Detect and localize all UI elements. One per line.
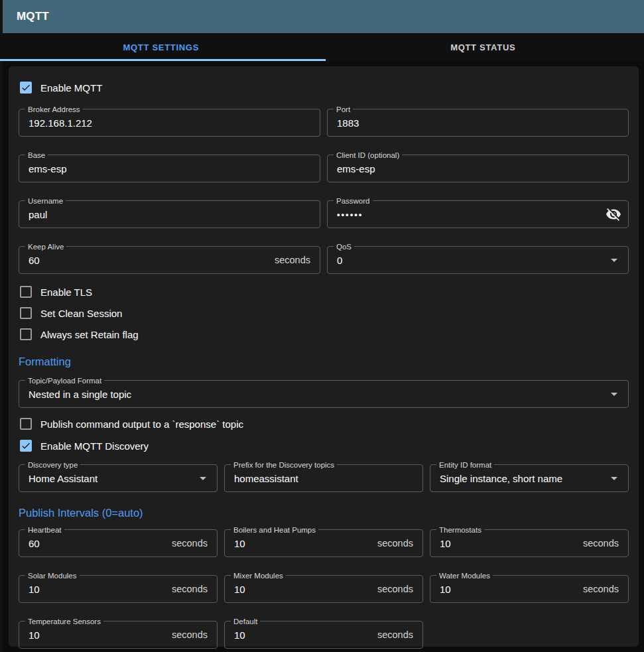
field-label: Base — [25, 151, 48, 160]
chevron-down-icon — [611, 259, 617, 262]
publish-response-checkbox[interactable]: Publish command output to a `response` t… — [19, 416, 629, 432]
unit-suffix: seconds — [172, 629, 208, 640]
field-label: Heartbeat — [25, 525, 64, 535]
keep-alive-value: 60 — [29, 255, 269, 266]
topic-payload-format-value: Nested in a single topic — [29, 389, 606, 400]
discovery-type-select[interactable]: Discovery type Home Assistant — [19, 464, 218, 492]
checkbox-label: Set Clean Session — [40, 308, 122, 319]
checkbox-unchecked-icon — [20, 286, 32, 298]
qos-value: 0 — [337, 255, 606, 266]
thermostats-interval-field[interactable]: Thermostats 10 seconds — [430, 529, 629, 557]
qos-select[interactable]: QoS 0 — [327, 246, 629, 274]
entity-id-format-select[interactable]: Entity ID format Single instance, short … — [430, 464, 629, 492]
base-field[interactable]: Base ems-esp — [19, 155, 320, 182]
unit-suffix: seconds — [377, 538, 413, 549]
checkbox-label: Enable MQTT — [40, 82, 102, 94]
field-label: Solar Modules — [25, 571, 80, 580]
checkbox-unchecked-icon — [20, 307, 32, 319]
unit-suffix: seconds — [275, 255, 310, 265]
settings-panel: Enable MQTT Broker Address 192.168.1.212… — [9, 66, 639, 647]
field-label: Broker Address — [25, 105, 83, 114]
thermostats-interval-value: 10 — [440, 538, 578, 549]
field-label: Port — [334, 105, 353, 114]
field-label: Thermostats — [436, 525, 484, 535]
tab-label: MQTT STATUS — [450, 42, 515, 52]
tab-mqtt-settings[interactable]: MQTT SETTINGS — [0, 33, 322, 61]
password-value: •••••• — [337, 210, 606, 220]
checkbox-unchecked-icon — [20, 418, 32, 430]
enable-discovery-checkbox[interactable]: Enable MQTT Discovery — [19, 438, 629, 454]
field-label: Keep Alive — [25, 242, 66, 251]
field-label: Prefix for the Discovery topics — [231, 460, 337, 470]
mixer-interval-field[interactable]: Mixer Modules 10 seconds — [224, 575, 423, 603]
formatting-section-title: Formatting — [19, 356, 629, 369]
temperature-sensors-interval-value: 10 — [29, 629, 166, 641]
field-label: Mixer Modules — [231, 571, 286, 580]
enable-mqtt-checkbox[interactable]: Enable MQTT — [19, 80, 629, 96]
publish-intervals-section-title: Publish Intervals (0=auto) — [19, 507, 629, 520]
unit-suffix: seconds — [583, 538, 619, 549]
field-label: Default — [231, 617, 260, 626]
active-tab-indicator — [0, 59, 326, 61]
keep-alive-field[interactable]: Keep Alive 60 seconds — [19, 246, 320, 274]
heartbeat-interval-value: 60 — [29, 538, 166, 549]
username-field[interactable]: Username paul — [19, 200, 320, 228]
checkbox-label: Enable MQTT Discovery — [40, 440, 149, 452]
field-label: Discovery type — [25, 460, 80, 470]
client-id-field[interactable]: Client ID (optional) ems-esp — [327, 155, 629, 182]
entity-id-format-value: Single instance, short name — [440, 473, 606, 484]
clean-session-checkbox[interactable]: Set Clean Session — [19, 305, 629, 321]
discovery-prefix-field[interactable]: Prefix for the Discovery topics homeassi… — [224, 464, 423, 492]
broker-address-value: 192.168.1.212 — [29, 117, 310, 129]
checkbox-label: Always set Retain flag — [40, 329, 139, 340]
tab-bar: MQTT SETTINGS MQTT STATUS — [0, 33, 644, 61]
temperature-sensors-interval-field[interactable]: Temperature Sensors 10 seconds — [19, 621, 218, 649]
default-interval-field[interactable]: Default 10 seconds — [224, 621, 423, 649]
checkbox-checked-icon — [20, 82, 32, 94]
checkbox-unchecked-icon — [20, 328, 32, 340]
field-label: Water Modules — [436, 571, 493, 580]
water-interval-field[interactable]: Water Modules 10 seconds — [430, 575, 629, 603]
chevron-down-icon — [200, 477, 206, 480]
heartbeat-interval-field[interactable]: Heartbeat 60 seconds — [19, 529, 218, 557]
field-label: Boilers and Heat Pumps — [231, 525, 318, 535]
field-label: Temperature Sensors — [25, 617, 103, 626]
username-value: paul — [29, 209, 310, 220]
field-label: Client ID (optional) — [334, 151, 402, 160]
mixer-interval-value: 10 — [234, 584, 372, 595]
field-label: Topic/Payload Format — [25, 376, 104, 385]
solar-interval-value: 10 — [29, 584, 166, 595]
boilers-interval-field[interactable]: Boilers and Heat Pumps 10 seconds — [224, 529, 423, 557]
password-field[interactable]: Password •••••• — [327, 200, 629, 228]
app-header: MQTT — [3, 0, 644, 33]
discovery-prefix-value: homeassistant — [234, 473, 413, 484]
broker-address-field[interactable]: Broker Address 192.168.1.212 — [19, 109, 320, 137]
enable-tls-checkbox[interactable]: Enable TLS — [19, 284, 629, 300]
tab-mqtt-status[interactable]: MQTT STATUS — [322, 33, 644, 61]
boilers-interval-value: 10 — [234, 538, 372, 549]
discovery-type-value: Home Assistant — [29, 473, 194, 484]
retain-flag-checkbox[interactable]: Always set Retain flag — [19, 326, 629, 342]
solar-interval-field[interactable]: Solar Modules 10 seconds — [19, 575, 218, 603]
field-label: Entity ID format — [436, 460, 494, 470]
chevron-down-icon — [611, 477, 617, 480]
checkbox-checked-icon — [20, 440, 32, 452]
unit-suffix: seconds — [377, 629, 413, 640]
unit-suffix: seconds — [172, 584, 208, 594]
client-id-value: ems-esp — [337, 163, 619, 174]
chevron-down-icon — [611, 393, 617, 396]
port-value: 1883 — [337, 117, 619, 129]
checkbox-label: Enable TLS — [40, 287, 92, 298]
unit-suffix: seconds — [172, 538, 208, 549]
field-label: Username — [25, 196, 66, 206]
page-left-edge — [0, 0, 3, 652]
tab-label: MQTT SETTINGS — [123, 42, 199, 52]
unit-suffix: seconds — [377, 584, 413, 594]
base-value: ems-esp — [29, 163, 310, 174]
port-field[interactable]: Port 1883 — [327, 109, 629, 137]
field-label: Password — [334, 196, 373, 206]
topic-payload-format-select[interactable]: Topic/Payload Format Nested in a single … — [19, 380, 629, 408]
toggle-password-visibility-icon[interactable] — [606, 206, 621, 222]
field-label: QoS — [334, 242, 354, 251]
water-interval-value: 10 — [440, 584, 578, 595]
